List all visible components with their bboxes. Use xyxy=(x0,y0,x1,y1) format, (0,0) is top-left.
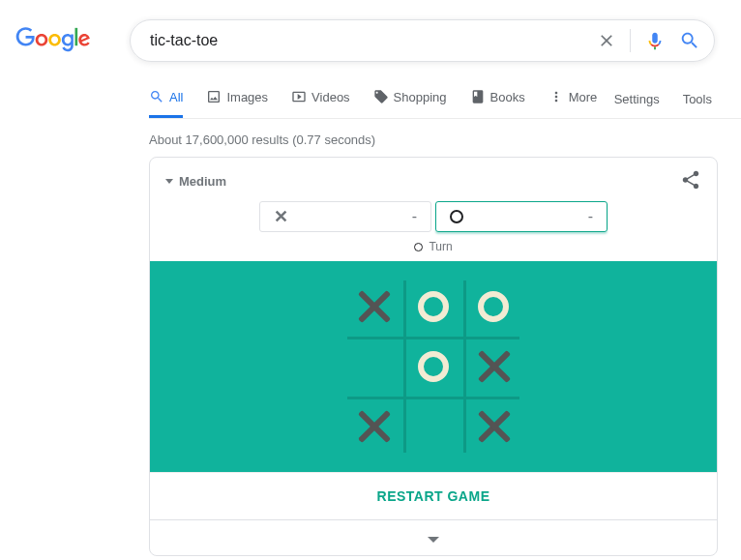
cell-2-2[interactable] xyxy=(463,397,523,457)
clear-icon[interactable] xyxy=(597,31,616,50)
chevron-down-icon xyxy=(428,537,439,543)
game-card: Medium ✕ - - Turn xyxy=(149,157,718,556)
o-symbol xyxy=(450,210,463,223)
tab-videos[interactable]: Videos xyxy=(291,79,350,118)
more-icon xyxy=(548,89,564,104)
book-icon xyxy=(470,89,486,104)
tab-all[interactable]: All xyxy=(149,79,183,118)
difficulty-label: Medium xyxy=(179,174,226,189)
x-mark xyxy=(356,289,391,324)
search-actions xyxy=(597,29,700,52)
search-input[interactable] xyxy=(150,32,597,49)
tab-label: Images xyxy=(226,90,268,104)
settings-link[interactable]: Settings xyxy=(614,92,660,106)
google-logo[interactable] xyxy=(15,27,91,55)
restart-button[interactable]: RESTART GAME xyxy=(150,472,717,519)
search-box[interactable] xyxy=(130,19,715,62)
tab-label: Shopping xyxy=(394,90,447,104)
o-mark xyxy=(418,351,449,382)
tools-link[interactable]: Tools xyxy=(683,92,712,106)
x-symbol: ✕ xyxy=(274,206,288,227)
tab-images[interactable]: Images xyxy=(206,79,268,118)
divider xyxy=(630,29,631,52)
board xyxy=(343,277,523,457)
chevron-down-icon xyxy=(165,179,173,184)
tabs-row: All Images Videos Shopping Books More Se… xyxy=(149,79,741,119)
cell-1-1[interactable] xyxy=(403,337,463,397)
tab-books[interactable]: Books xyxy=(470,79,525,118)
cell-2-1[interactable] xyxy=(403,397,463,457)
cell-0-0[interactable] xyxy=(343,277,403,337)
cell-0-1[interactable] xyxy=(403,277,463,337)
mic-icon[interactable] xyxy=(644,30,666,51)
grid-line xyxy=(347,397,519,399)
tab-label: Books xyxy=(490,90,525,104)
x-mark xyxy=(476,409,511,444)
turn-label: Turn xyxy=(429,240,452,253)
header xyxy=(0,0,741,62)
score-o[interactable]: - xyxy=(435,201,608,232)
grid-line xyxy=(403,280,406,453)
search-small-icon xyxy=(149,89,164,104)
score-value: - xyxy=(412,208,417,225)
tab-label: All xyxy=(169,90,183,104)
grid-line xyxy=(463,280,466,453)
search-bar xyxy=(130,19,715,62)
tab-label: Videos xyxy=(311,90,350,104)
tab-shopping[interactable]: Shopping xyxy=(373,79,447,118)
right-tools: Settings Tools xyxy=(614,92,712,106)
o-mark xyxy=(418,291,449,322)
expand-button[interactable] xyxy=(150,519,717,555)
tab-label: More xyxy=(569,90,598,104)
tab-more[interactable]: More xyxy=(548,79,598,118)
grid-line xyxy=(347,337,519,339)
result-stats: About 17,600,000 results (0.77 seconds) xyxy=(149,119,741,157)
board-wrap xyxy=(150,261,717,472)
score-x[interactable]: ✕ - xyxy=(259,201,431,232)
difficulty-select[interactable]: Medium xyxy=(165,174,226,189)
search-icon[interactable] xyxy=(679,30,700,51)
cell-2-0[interactable] xyxy=(343,397,403,457)
card-header: Medium xyxy=(150,158,717,201)
tag-icon xyxy=(373,89,389,104)
score-row: ✕ - - xyxy=(150,201,717,236)
x-mark xyxy=(356,409,391,444)
o-mark xyxy=(478,291,509,322)
cell-0-2[interactable] xyxy=(463,277,523,337)
o-turn-icon xyxy=(414,243,423,251)
cell-1-0[interactable] xyxy=(343,337,403,397)
tabs: All Images Videos Shopping Books More xyxy=(149,79,597,118)
x-mark xyxy=(476,349,511,384)
turn-indicator: Turn xyxy=(150,236,717,261)
image-icon xyxy=(206,89,222,104)
video-icon xyxy=(291,89,307,104)
share-icon[interactable] xyxy=(680,169,701,193)
cell-1-2[interactable] xyxy=(463,337,523,397)
score-value: - xyxy=(588,208,593,225)
